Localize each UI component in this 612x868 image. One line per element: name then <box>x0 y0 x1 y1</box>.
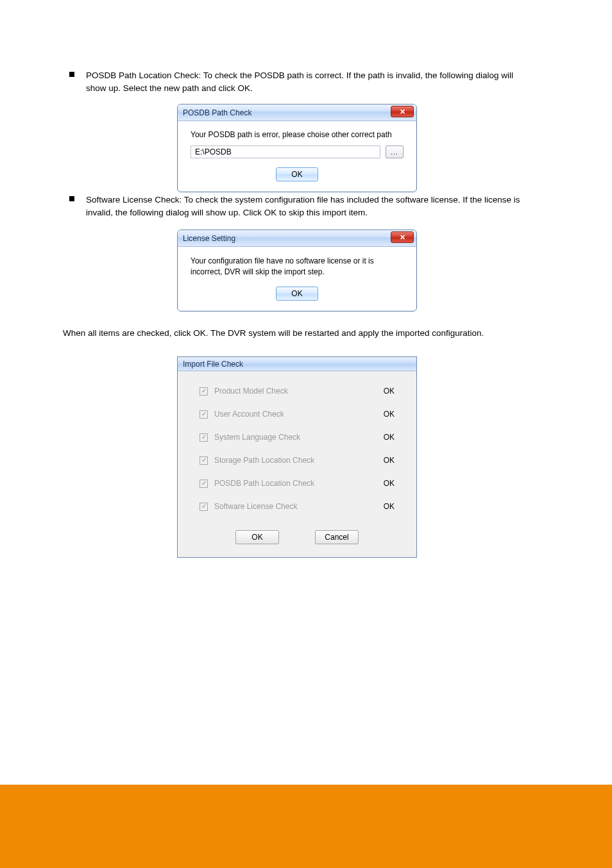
footer-paragraph: When all items are checked, click OK. Th… <box>63 327 525 340</box>
license-dialog-message: Your configuration file have no software… <box>191 256 404 278</box>
check-row: ✓Product Model CheckOK <box>200 387 395 396</box>
checked-icon: ✓ <box>200 503 208 511</box>
check-row-status: OK <box>369 410 395 419</box>
check-row: ✓User Account CheckOK <box>200 410 395 419</box>
check-row-status: OK <box>369 433 395 442</box>
ok-button[interactable]: OK <box>235 530 279 544</box>
check-row-label: Storage Path Location Check <box>214 456 369 465</box>
page-footer-band <box>0 785 612 868</box>
close-icon[interactable]: ✕ <box>391 106 414 117</box>
check-row-label: System Language Check <box>214 433 369 442</box>
license-dialog-title: License Setting <box>183 234 235 243</box>
bullet-icon <box>69 196 74 201</box>
check-row: ✓System Language CheckOK <box>200 433 395 442</box>
close-icon[interactable]: ✕ <box>391 231 414 243</box>
check-row: ✓Storage Path Location CheckOK <box>200 456 395 465</box>
checked-icon: ✓ <box>200 480 208 488</box>
checked-icon: ✓ <box>200 433 208 442</box>
check-row-label: Software License Check <box>214 502 369 511</box>
check-row-status: OK <box>369 479 395 488</box>
checked-icon: ✓ <box>200 410 208 419</box>
import-dialog-title: Import File Check <box>183 360 243 369</box>
check-row-status: OK <box>369 502 395 511</box>
license-description-text: Software License Check: To check the sys… <box>86 194 531 219</box>
posdb-path-input[interactable] <box>191 146 380 158</box>
posdb-dialog-title: POSDB Path Check <box>183 108 251 117</box>
checked-icon: ✓ <box>200 387 208 396</box>
check-row-label: Product Model Check <box>214 387 369 396</box>
cancel-button[interactable]: Cancel <box>315 530 359 544</box>
posdb-dialog-message: Your POSDB path is error, please choise … <box>191 130 404 139</box>
ok-button[interactable]: OK <box>276 287 318 301</box>
ok-button[interactable]: OK <box>276 167 318 181</box>
checked-icon: ✓ <box>200 456 208 465</box>
check-row: ✓Software License CheckOK <box>200 502 395 511</box>
check-row-label: POSDB Path Location Check <box>214 479 369 488</box>
browse-button[interactable]: ... <box>386 146 404 158</box>
check-row-label: User Account Check <box>214 410 369 419</box>
check-row: ✓POSDB Path Location CheckOK <box>200 479 395 488</box>
check-row-status: OK <box>369 387 395 396</box>
bullet-icon <box>69 72 74 77</box>
check-row-status: OK <box>369 456 395 465</box>
posdb-description-text: POSDB Path Location Check: To check the … <box>86 69 531 94</box>
